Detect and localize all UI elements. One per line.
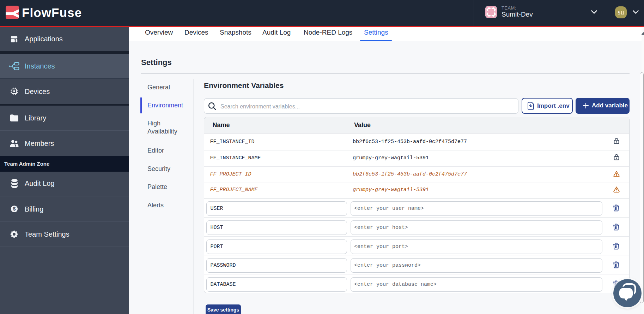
svg-text:$: $ [13,206,16,212]
